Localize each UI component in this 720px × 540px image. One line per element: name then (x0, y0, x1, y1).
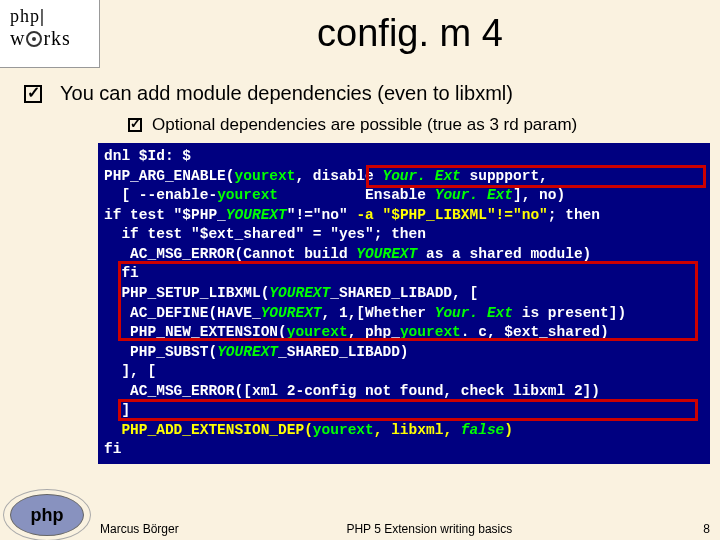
sub-bullet: Optional dependencies are possible (true… (0, 111, 720, 141)
checkbox-icon (128, 118, 142, 132)
phpworks-logo: php| wrks (0, 0, 100, 68)
logo-top-text: php (10, 6, 40, 26)
footer-author: Marcus Börger (100, 522, 179, 536)
logo-pipe: | (40, 6, 45, 26)
highlight-box-3 (118, 399, 698, 421)
highlight-box-2 (118, 261, 698, 341)
logo-w: w (10, 27, 25, 50)
slide-header: php| wrks config. m 4 (0, 0, 720, 68)
gear-icon (26, 31, 42, 47)
php-logo-icon: php (10, 494, 84, 536)
checkbox-icon (24, 85, 42, 103)
main-bullet: You can add module dependencies (even to… (0, 68, 720, 111)
sub-bullet-text: Optional dependencies are possible (true… (152, 115, 577, 135)
code-block: dnl $Id: $ PHP_ARG_ENABLE(yourext, disab… (98, 143, 710, 464)
footer-page: 8 (680, 522, 710, 536)
highlight-box-1 (366, 165, 706, 188)
main-bullet-text: You can add module dependencies (even to… (60, 82, 513, 105)
footer-center: PHP 5 Extension writing basics (179, 522, 680, 536)
logo-rks: rks (43, 27, 70, 50)
slide-footer: php Marcus Börger PHP 5 Extension writin… (0, 480, 720, 540)
slide-title: config. m 4 (100, 0, 720, 55)
